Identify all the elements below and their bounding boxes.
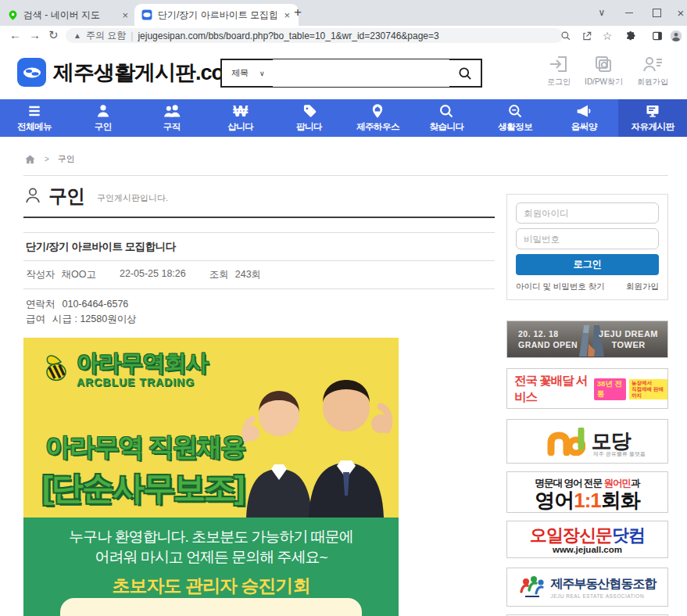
dream-tower-name-2: TOWER (599, 339, 658, 350)
nav-item-selling[interactable]: 팝니다 (275, 99, 344, 137)
flower-headline: 전국 꽃배달 서비스 (514, 373, 591, 406)
site-logo[interactable]: 제주생활게시판.com (17, 58, 242, 87)
tab-title: 단기/장기 아르바이트 모집합니 (158, 9, 277, 22)
flower-badge-note: 농장에서 직접재배 판매까지 (629, 379, 667, 399)
window-close-button[interactable]: × (674, 3, 687, 22)
browser-forward-icon[interactable]: → (29, 28, 41, 42)
omnibox[interactable]: ▲ 주의 요함 | jejugesipan.com/bbs/board.php?… (66, 28, 563, 43)
dream-tower-date: 20. 12. 18 (518, 328, 578, 339)
ad-models-photo (215, 367, 399, 518)
english-main-title: 영어1:1회화 (507, 490, 667, 510)
site-header: 제주생활게시판.com 제목 ∨ 로그인 ID/PW찾기 회원가입 (0, 45, 687, 99)
bookmark-star-icon[interactable]: ☆ (600, 29, 614, 43)
menu-icon (26, 103, 43, 119)
ad-highlight-text: 초보자도 관리자 승진기회 (23, 574, 399, 598)
people-icon (163, 103, 181, 119)
sidebar: 로그인 아이디 및 비밀번호 찾기 회원가입 20. 12. 18 GRAND … (506, 194, 668, 616)
login-button[interactable]: 로그인 (516, 254, 659, 275)
find-idpw-icon (594, 55, 614, 73)
zoom-icon[interactable] (559, 29, 573, 43)
nav-item-buying[interactable]: ₩ 삽니다 (206, 99, 275, 137)
nav-item-free-board[interactable]: 자유게시판 (618, 99, 687, 137)
post-meta: 작성자 채OO고 22-05-25 18:26 조회 243회 (23, 261, 495, 289)
search-button[interactable] (449, 60, 481, 86)
nav-item-life-info[interactable]: 생활정보 (481, 99, 549, 137)
signup-link[interactable]: 회원가입 (626, 281, 659, 292)
window-maximize-button[interactable] (647, 3, 666, 22)
login-link[interactable]: 로그인 (547, 55, 571, 88)
won-icon: ₩ (233, 103, 248, 119)
banner-english-class[interactable]: 명문대 영어 전문 원어민과 영어1:1회화 6세부터 성인까지 나이에 상관 … (506, 471, 668, 513)
nav-item-looking-for[interactable]: 찾습니다 (412, 99, 481, 137)
price-tag-icon (301, 103, 318, 119)
oiljang-url: www.jejuall.com (507, 545, 667, 554)
page-url[interactable]: jejugesipan.com/bbs/board.php?bo_table=1… (138, 30, 438, 41)
member-id-input[interactable] (516, 202, 659, 224)
ad-copy-line-2: 어려워 마시고 언제든 문의해 주세요~ (23, 547, 399, 568)
modang-logo-icon (545, 428, 585, 456)
tab-current-post[interactable]: 단기/장기 아르바이트 모집합니 × (134, 4, 299, 26)
megaphone-icon (574, 103, 593, 119)
password-input[interactable] (516, 228, 659, 249)
search-icon (438, 103, 455, 119)
dream-tower-open: GRAND OPEN (518, 339, 578, 350)
omnibox-separator: | (131, 30, 133, 41)
board-title: 구인 (48, 187, 84, 206)
nav-item-jeju-house[interactable]: 제주하우스 (344, 99, 413, 137)
recruit-ad-image[interactable]: 아라무역회사 ARCBLUE TRADING 아라무역 직원채용 [단순사무보조… (23, 338, 399, 616)
window-chevron-icon[interactable]: ∨ (592, 3, 611, 22)
pay-label: 급여 (26, 312, 45, 327)
banner-flower-delivery[interactable]: 전국 꽃배달 서비스 38년 전통 농장에서 직접재배 판매까지 제주에는 꽃보… (506, 368, 668, 409)
join-label: 회원가입 (637, 77, 668, 88)
find-id-pw-link[interactable]: 아이디 및 비밀번호 찾기 (516, 281, 605, 292)
browser-menu-icon[interactable]: ⋮ (681, 29, 687, 43)
search-input[interactable] (273, 59, 449, 87)
bee-logo-icon (45, 351, 72, 382)
breadcrumb: > 구인 (24, 153, 75, 165)
home-icon[interactable] (24, 154, 36, 165)
nav-item-job-seekers[interactable]: 구직 (138, 99, 206, 137)
dream-tower-name-1: JEJU DREAM (599, 328, 658, 339)
extensions-puzzle-icon[interactable] (624, 29, 638, 43)
side-panel-icon[interactable] (650, 29, 664, 43)
security-warning-text[interactable]: 주의 요함 (86, 29, 126, 42)
info-search-icon (506, 103, 524, 119)
banner-real-estate-assoc[interactable]: 제주부동산협동조합 JEJU REAL ESTATE ASSOCIATION (506, 568, 668, 607)
ad-company-name: 아라무역회사 (77, 351, 208, 374)
join-link[interactable]: 회원가입 (637, 55, 668, 88)
new-tab-button[interactable]: + (294, 5, 302, 20)
share-icon[interactable] (580, 29, 594, 43)
board-subtitle: 구인게시판입니다. (91, 192, 168, 206)
author-value: 채OO고 (62, 268, 96, 281)
board-monitor-icon (644, 103, 661, 119)
person-icon (95, 103, 112, 119)
banner-oiljang-news[interactable]: 오일장신문닷컴 www.jejuall.com (506, 521, 668, 558)
post-title-row: 단기/장기 아르바이트 모집합니다 (23, 232, 495, 261)
nav-item-all-menu[interactable]: 전체메뉴 (0, 99, 69, 137)
ad-bottom-section: 누구나 환영합니다. 초보분도 가능하기 때문에 어려워 마시고 언제든 문의해… (23, 518, 399, 616)
browser-back-icon[interactable]: ← (9, 28, 21, 42)
window-minimize-button[interactable] (620, 3, 639, 22)
contact-label: 연락처 (26, 297, 55, 312)
board-heading: 구인 구인게시판입니다. (23, 185, 168, 206)
main-navigation: 전체메뉴 구인 구직 ₩ 삽니다 팝니다 제주하우스 찾습니다 생활정보 (0, 99, 687, 137)
ad-top-section: 아라무역회사 ARCBLUE TRADING 아라무역 직원채용 [단순사무보조… (23, 338, 399, 518)
security-warning-icon[interactable]: ▲ (73, 31, 81, 40)
nav-item-job-offers[interactable]: 구인 (69, 99, 138, 137)
breadcrumb-current[interactable]: 구인 (58, 153, 75, 165)
banner-jeju-dream-tower[interactable]: 20. 12. 18 GRAND OPEN JEJU DREAM TOWER (506, 321, 668, 358)
tab-naver-map[interactable]: 검색 - 네이버 지도 × (8, 5, 130, 24)
find-idpw-label: ID/PW찾기 (585, 77, 623, 88)
tab-title: 검색 - 네이버 지도 (23, 9, 115, 22)
find-idpw-link[interactable]: ID/PW찾기 (585, 55, 623, 88)
chevron-down-icon: ∨ (259, 70, 265, 77)
login-box: 로그인 아이디 및 비밀번호 찾기 회원가입 (506, 194, 668, 300)
browser-reload-icon[interactable]: ↻ (48, 28, 59, 42)
tab-close-icon[interactable]: × (120, 9, 130, 21)
tab-close-icon[interactable]: × (282, 9, 292, 21)
nav-item-opsseoyang[interactable]: 옵써양 (549, 99, 618, 137)
search-category-select[interactable]: 제목 ∨ (222, 67, 273, 79)
login-icon (549, 55, 569, 73)
board-person-icon (23, 185, 42, 206)
banner-modang[interactable]: 모당 제주 공유물류 플랫폼 (506, 419, 668, 464)
